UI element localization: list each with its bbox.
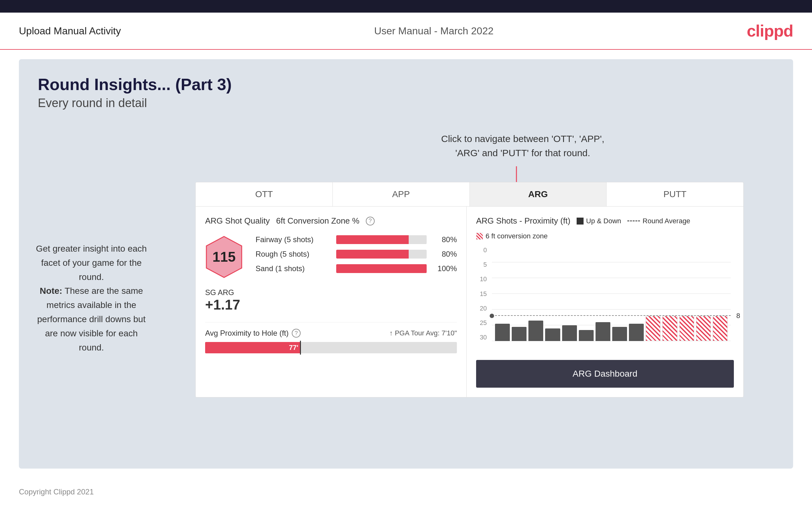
- arg-dashboard-button[interactable]: ARG Dashboard: [476, 360, 734, 388]
- document-title: User Manual - March 2022: [374, 25, 494, 37]
- proximity-header: Avg Proximity to Hole (ft) ? ↑ PGA Tour …: [205, 329, 457, 338]
- main-content: Round Insights... (Part 3) Every round i…: [19, 59, 793, 468]
- chart-plot: 8: [492, 246, 731, 341]
- sg-section: SG ARG +1.17: [205, 288, 457, 313]
- upload-label: Upload Manual Activity: [19, 25, 121, 37]
- y-label-6: 0: [476, 246, 489, 254]
- proximity-info-icon[interactable]: ?: [292, 329, 301, 338]
- chart-area: 30 25 20 15 10 5 0: [476, 246, 734, 354]
- proximity-label: Avg Proximity to Hole (ft) ?: [205, 329, 301, 338]
- legend-hatch-box: [476, 233, 483, 240]
- panel-header: ARG Shot Quality 6ft Conversion Zone % ?: [205, 216, 457, 226]
- rough-label: Rough (5 shots): [256, 250, 331, 259]
- y-label-3: 15: [476, 290, 489, 297]
- chart-bar-7: [612, 327, 627, 341]
- y-label-0: 30: [476, 334, 489, 341]
- y-label-4: 10: [476, 276, 489, 283]
- hexagon: 115: [205, 235, 243, 279]
- rough-pct: 80%: [432, 250, 457, 259]
- chart-bar-6: [596, 322, 610, 341]
- y-axis: 30 25 20 15 10 5 0: [476, 246, 489, 341]
- right-panel: ARG Shots - Proximity (ft) Up & Down Rou…: [467, 207, 743, 397]
- chart-bar-13: [713, 316, 727, 341]
- sand-bar: [336, 264, 427, 273]
- legend-up-down-label: Up & Down: [586, 217, 621, 225]
- chart-bar-10: [662, 316, 677, 341]
- tab-putt[interactable]: PUTT: [607, 182, 743, 206]
- tab-arg[interactable]: ARG: [470, 182, 607, 206]
- legend-conversion-label: 6 ft conversion zone: [486, 232, 548, 240]
- proximity-value: 77': [289, 344, 298, 352]
- chart-bar-12: [696, 316, 711, 341]
- info-icon[interactable]: ?: [366, 217, 375, 225]
- logo: clippd: [747, 21, 793, 40]
- fairway-label: Fairway (5 shots): [256, 235, 331, 244]
- right-header: ARG Shots - Proximity (ft) Up & Down Rou…: [476, 216, 734, 240]
- chart-bar-2: [528, 321, 543, 341]
- chart-bar-8: [629, 324, 644, 341]
- chart-bar-3: [545, 329, 560, 341]
- sand-pct: 100%: [432, 264, 457, 273]
- tab-app[interactable]: APP: [333, 182, 470, 206]
- panel-body: ARG Shot Quality 6ft Conversion Zone % ?…: [196, 207, 743, 397]
- y-label-5: 5: [476, 261, 489, 268]
- legend-box-dark: [577, 218, 583, 225]
- tab-ott[interactable]: OTT: [196, 182, 333, 206]
- dashboard-panel: OTT APP ARG PUTT ARG Shot Quality 6ft Co…: [195, 182, 744, 397]
- nav-hint-text: Click to navigate between 'OTT', 'APP','…: [441, 133, 604, 158]
- page-title: Round Insights... (Part 3): [38, 75, 774, 94]
- y-label-2: 20: [476, 305, 489, 312]
- conversion-label: 6ft Conversion Zone %: [276, 216, 359, 226]
- header: Upload Manual Activity User Manual - Mar…: [0, 13, 812, 50]
- proximity-bar-fill: 77': [205, 342, 301, 353]
- chart-bar-4: [562, 325, 577, 341]
- bars-container: [492, 246, 731, 341]
- legend-dashed-line: [627, 220, 640, 221]
- chart-bar-5: [579, 330, 594, 341]
- proximity-bar: 77': [205, 342, 457, 353]
- tabs-row: OTT APP ARG PUTT: [196, 182, 743, 207]
- left-panel: ARG Shot Quality 6ft Conversion Zone % ?…: [196, 207, 467, 397]
- chart-bar-0: [495, 324, 510, 341]
- y-label-1: 25: [476, 319, 489, 327]
- rough-bar: [336, 250, 427, 259]
- proximity-cursor: [300, 341, 301, 354]
- left-description: Get greater insight into each facet of y…: [32, 242, 151, 354]
- shot-row-fairway: Fairway (5 shots) 80%: [256, 235, 457, 244]
- shot-row-rough: Rough (5 shots) 80%: [256, 250, 457, 259]
- right-title: ARG Shots - Proximity (ft): [476, 216, 570, 226]
- proximity-section: Avg Proximity to Hole (ft) ? ↑ PGA Tour …: [205, 322, 457, 353]
- left-desc-text: Get greater insight into each facet of y…: [36, 244, 147, 352]
- sg-value: +1.17: [205, 297, 457, 313]
- shot-quality-label: ARG Shot Quality: [205, 216, 270, 226]
- hex-container: 115 Fairway (5 shots) 80%: [205, 235, 457, 279]
- sg-label: SG ARG: [205, 288, 457, 297]
- copyright: Copyright Clippd 2021: [0, 478, 812, 506]
- legend-round-avg: Round Average: [627, 217, 690, 225]
- legend-up-down: Up & Down: [577, 217, 621, 225]
- fairway-bar: [336, 235, 427, 244]
- top-bar: [0, 0, 812, 13]
- chart-bar-1: [512, 327, 526, 341]
- legend-conversion-zone: 6 ft conversion zone: [476, 232, 548, 240]
- chart-bar-11: [679, 316, 694, 341]
- shots-list: Fairway (5 shots) 80% Rough (5 shots): [256, 235, 457, 279]
- sand-label: Sand (1 shots): [256, 264, 331, 273]
- hex-value: 115: [212, 249, 235, 265]
- legend-round-avg-label: Round Average: [643, 217, 690, 225]
- shot-row-sand: Sand (1 shots) 100%: [256, 264, 457, 273]
- pga-avg: ↑ PGA Tour Avg: 7'10": [390, 329, 457, 337]
- fairway-pct: 80%: [432, 235, 457, 244]
- dashed-line-value: 8: [737, 312, 740, 320]
- page-subtitle: Every round in detail: [38, 96, 774, 110]
- chart-bar-9: [646, 316, 660, 341]
